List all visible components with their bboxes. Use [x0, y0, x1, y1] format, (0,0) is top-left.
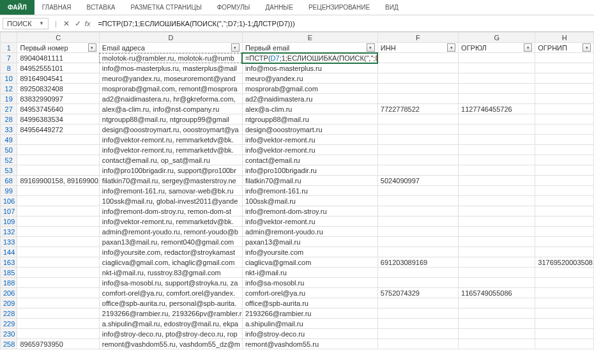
cell-F[interactable]: 5752074329 — [377, 288, 458, 298]
cell-H[interactable] — [535, 94, 594, 104]
cell-G[interactable] — [459, 186, 535, 196]
cell-E[interactable]: info@remont-161.ru — [242, 186, 377, 196]
cell-G[interactable] — [459, 257, 535, 268]
cell-G[interactable] — [459, 237, 535, 247]
row-header[interactable]: 228 — [1, 308, 17, 319]
cell-F[interactable] — [377, 84, 458, 94]
row-header[interactable]: 50 — [1, 145, 17, 155]
cell-E[interactable]: ntgroupp88@mail.ru — [242, 114, 377, 125]
cell-G[interactable] — [459, 63, 535, 73]
filter-dropdown-icon[interactable]: ▾ — [583, 43, 591, 52]
column-header-F[interactable]: F — [377, 33, 458, 43]
cell-E[interactable]: info@vektor-remont.ru — [242, 216, 377, 227]
row-header[interactable]: 8 — [1, 63, 17, 73]
ribbon-tab-данные[interactable]: ДАННЫЕ — [257, 0, 300, 15]
cell-H[interactable] — [535, 206, 594, 216]
row-header[interactable]: 185 — [1, 268, 17, 278]
row-header[interactable]: 258 — [1, 339, 17, 349]
cell-D[interactable]: a.shipulin@mail.ru, edostroy@mail.ru, ek… — [99, 319, 242, 329]
cell-C[interactable] — [17, 145, 99, 155]
cell-H[interactable] — [535, 125, 594, 135]
cell-F[interactable] — [377, 125, 458, 135]
cell-E[interactable]: contact@email.ru — [242, 155, 377, 165]
cell-F[interactable] — [377, 247, 458, 257]
accept-formula-button[interactable]: ✓ — [72, 19, 84, 28]
row-header[interactable]: 1 — [1, 43, 17, 53]
cell-H[interactable] — [535, 329, 594, 339]
cell-G[interactable] — [459, 339, 535, 349]
cell-G[interactable]: 1165749055086 — [459, 288, 535, 298]
cell-E[interactable]: mosprorab@gmail.com — [242, 84, 377, 94]
cell-C[interactable] — [17, 257, 99, 268]
cell-C[interactable]: 84956449272 — [17, 125, 99, 135]
cell-E[interactable]: ad2@naidimastera.ru — [242, 94, 377, 104]
cell-D[interactable]: info@mos-masterplus.ru, masterplus@mail — [99, 63, 242, 73]
column-header-C[interactable]: C — [17, 33, 99, 43]
cell-G[interactable] — [459, 94, 535, 104]
cell-C[interactable] — [17, 308, 99, 319]
cell-D[interactable]: comfort-orel@ya.ru, comfort.orel@yandex. — [99, 288, 242, 298]
cell-D[interactable]: info@remont-dom-stroy.ru, remon-dom-st — [99, 206, 242, 216]
filter-dropdown-icon[interactable]: ▾ — [524, 43, 532, 52]
cell-G[interactable] — [459, 196, 535, 206]
cell-F[interactable]: 7722778522 — [377, 104, 458, 114]
cell-F[interactable] — [377, 227, 458, 237]
header-cell-F[interactable]: ИНН▾ — [377, 43, 458, 53]
column-header-E[interactable]: E — [242, 33, 377, 43]
ribbon-tab-вид[interactable]: ВИД — [377, 0, 406, 15]
cell-C[interactable] — [17, 186, 99, 196]
header-cell-G[interactable]: ОГРЮЛ▾ — [459, 43, 535, 53]
cell-C[interactable]: 84952555101 — [17, 63, 99, 73]
cell-E[interactable]: info@yoursite.com — [242, 247, 377, 257]
row-header[interactable]: 49 — [1, 135, 17, 145]
header-cell-E[interactable]: Первый email▾ — [242, 43, 377, 53]
cell-D[interactable]: ntgroupp88@mail.ru, ntgroupp99@gmail — [99, 114, 242, 125]
cell-D[interactable]: info@stroy-deco.ru, pto@stroy-deco.ru, r… — [99, 329, 242, 339]
cell-H[interactable] — [535, 176, 594, 186]
row-header[interactable]: 206 — [1, 288, 17, 298]
cell-C[interactable] — [17, 227, 99, 237]
name-box[interactable]: ПОИСК ▼ — [3, 18, 49, 29]
cell-E[interactable]: info@pro100brigadir.ru — [242, 165, 377, 176]
row-header[interactable]: 52 — [1, 155, 17, 165]
cell-C[interactable] — [17, 155, 99, 165]
cell-G[interactable] — [459, 125, 535, 135]
cell-F[interactable] — [377, 94, 458, 104]
cell-C[interactable]: 89040481111 — [17, 53, 99, 63]
cell-H[interactable] — [535, 145, 594, 155]
row-header[interactable]: 10 — [1, 73, 17, 84]
cell-F[interactable]: 5024090997 — [377, 176, 458, 186]
cell-E[interactable]: alex@a-clim.ru — [242, 104, 377, 114]
cell-H[interactable] — [535, 216, 594, 227]
row-header[interactable]: 209 — [1, 298, 17, 308]
cell-C[interactable] — [17, 196, 99, 206]
column-header-G[interactable]: G — [459, 33, 535, 43]
cell-E[interactable]: remont@vashdom55.ru — [242, 339, 377, 349]
cell-F[interactable] — [377, 308, 458, 319]
row-header[interactable]: 53 — [1, 165, 17, 176]
cell-D[interactable]: contact@email.ru, op_sat@mail.ru — [99, 155, 242, 165]
cell-E[interactable]: office@spb-aurita.ru — [242, 298, 377, 308]
spreadsheet-grid[interactable]: CDEFGH 1Первый номер▾Email адреса▾Первый… — [0, 32, 594, 349]
cell-C[interactable] — [17, 237, 99, 247]
cell-G[interactable] — [459, 53, 535, 63]
cell-H[interactable] — [535, 165, 594, 176]
cell-F[interactable] — [377, 216, 458, 227]
cell-H[interactable] — [535, 53, 594, 63]
cell-D[interactable]: info@remont-161.ru, samovar-web@bk.ru — [99, 186, 242, 196]
cell-C[interactable] — [17, 247, 99, 257]
cell-C[interactable] — [17, 298, 99, 308]
cell-G[interactable] — [459, 268, 535, 278]
cell-F[interactable] — [377, 319, 458, 329]
cell-D[interactable]: alex@a-clim.ru, info@nst-company.ru — [99, 104, 242, 114]
cell-G[interactable] — [459, 298, 535, 308]
ribbon-tab-формулы[interactable]: ФОРМУЛЫ — [209, 0, 258, 15]
cell-D[interactable]: info@sa-mosobl.ru, support@stroyka.ru, z… — [99, 278, 242, 288]
cell-G[interactable] — [459, 114, 535, 125]
cell-C[interactable]: 83832990997 — [17, 94, 99, 104]
cell-E[interactable]: info@remont-dom-stroy.ru — [242, 206, 377, 216]
cell-E[interactable]: design@ooostroymart.ru — [242, 125, 377, 135]
cell-C[interactable] — [17, 268, 99, 278]
cell-C[interactable]: 89164904541 — [17, 73, 99, 84]
cell-F[interactable] — [377, 329, 458, 339]
